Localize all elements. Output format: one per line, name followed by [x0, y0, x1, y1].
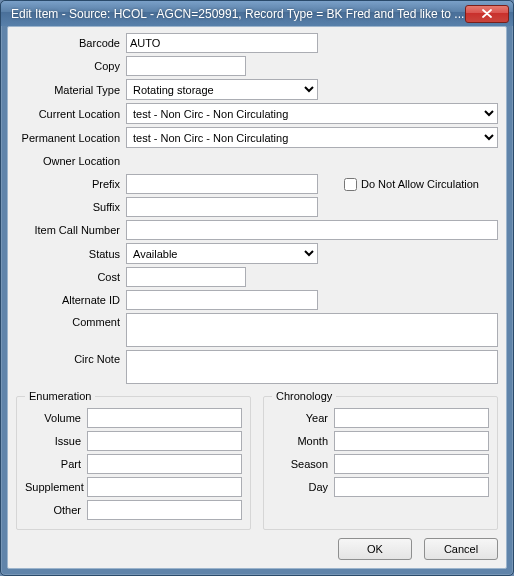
status-select[interactable]: Available: [126, 243, 318, 264]
volume-label: Volume: [25, 412, 87, 424]
part-input[interactable]: [87, 454, 242, 474]
supplement-label: Supplement: [25, 481, 87, 493]
permanent-location-label: Permanent Location: [16, 132, 126, 144]
cancel-button[interactable]: Cancel: [424, 538, 498, 560]
current-location-label: Current Location: [16, 108, 126, 120]
year-label: Year: [272, 412, 334, 424]
material-type-label: Material Type: [16, 84, 126, 96]
season-input[interactable]: [334, 454, 489, 474]
permanent-location-select[interactable]: test - Non Circ - Non Circulating: [126, 127, 498, 148]
item-call-number-input[interactable]: [126, 220, 498, 240]
owner-location-label: Owner Location: [16, 155, 126, 167]
part-label: Part: [25, 458, 87, 470]
status-label: Status: [16, 248, 126, 260]
do-not-allow-label: Do Not Allow Circulation: [361, 178, 479, 190]
prefix-input[interactable]: [126, 174, 318, 194]
close-icon: [482, 9, 492, 18]
chronology-group: Chronology Year Month Season Day: [263, 390, 498, 530]
cost-input[interactable]: [126, 267, 246, 287]
owner-location-value: [126, 151, 498, 171]
ok-button[interactable]: OK: [338, 538, 412, 560]
issue-label: Issue: [25, 435, 87, 447]
window-title: Edit Item - Source: HCOL - AGCN=250991, …: [11, 7, 465, 21]
barcode-label: Barcode: [16, 37, 126, 49]
supplement-input[interactable]: [87, 477, 242, 497]
enumeration-group: Enumeration Volume Issue Part Supplement…: [16, 390, 251, 530]
month-input[interactable]: [334, 431, 489, 451]
copy-label: Copy: [16, 60, 126, 72]
other-label: Other: [25, 504, 87, 516]
enumeration-legend: Enumeration: [25, 390, 95, 402]
do-not-allow-checkbox[interactable]: [344, 178, 357, 191]
circ-note-label: Circ Note: [16, 350, 126, 365]
prefix-label: Prefix: [16, 178, 126, 190]
item-call-number-label: Item Call Number: [16, 224, 126, 236]
issue-input[interactable]: [87, 431, 242, 451]
comment-textarea[interactable]: [126, 313, 498, 347]
suffix-input[interactable]: [126, 197, 318, 217]
cost-label: Cost: [16, 271, 126, 283]
chronology-legend: Chronology: [272, 390, 336, 402]
alternate-id-input[interactable]: [126, 290, 318, 310]
material-type-select[interactable]: Rotating storage: [126, 79, 318, 100]
close-button[interactable]: [465, 5, 509, 23]
edit-item-window: Edit Item - Source: HCOL - AGCN=250991, …: [0, 0, 514, 576]
suffix-label: Suffix: [16, 201, 126, 213]
circ-note-textarea[interactable]: [126, 350, 498, 384]
volume-input[interactable]: [87, 408, 242, 428]
day-input[interactable]: [334, 477, 489, 497]
titlebar: Edit Item - Source: HCOL - AGCN=250991, …: [1, 1, 513, 26]
alternate-id-label: Alternate ID: [16, 294, 126, 306]
comment-label: Comment: [16, 313, 126, 328]
barcode-input[interactable]: [126, 33, 318, 53]
day-label: Day: [272, 481, 334, 493]
client-area: Barcode Copy Material Type Rotating stor…: [7, 26, 507, 569]
other-input[interactable]: [87, 500, 242, 520]
season-label: Season: [272, 458, 334, 470]
month-label: Month: [272, 435, 334, 447]
copy-input[interactable]: [126, 56, 246, 76]
year-input[interactable]: [334, 408, 489, 428]
current-location-select[interactable]: test - Non Circ - Non Circulating: [126, 103, 498, 124]
